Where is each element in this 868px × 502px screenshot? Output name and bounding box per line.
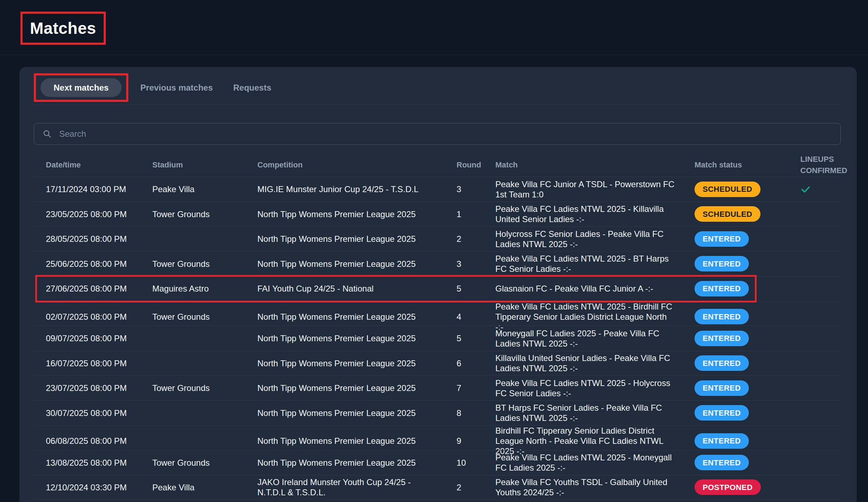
cell-match-status: SCHEDULED (683, 182, 788, 197)
cell-match: Glasnaion FC - Peake Villa FC Junior A -… (483, 283, 683, 294)
table-row[interactable]: 16/07/2025 08:00 PM North Tipp Womens Pr… (34, 351, 841, 376)
cell-match: Peake Villa FC Youths TSDL - Galbally Un… (483, 477, 683, 497)
cell-competition: North Tipp Womens Premier League 2025 (245, 458, 445, 468)
cell-competition: North Tipp Womens Premier League 2025 (245, 358, 445, 368)
col-header-stadium: Stadium (140, 159, 245, 171)
cell-match-status: ENTERED (683, 433, 788, 449)
col-header-lineups-confirmed: LINEUPS CONFIRMED (788, 154, 854, 176)
cell-datetime: 23/05/2025 08:00 PM (34, 209, 140, 219)
match-status-badge: ENTERED (695, 455, 749, 470)
cell-match: Killavilla United Senior Ladies - Peake … (483, 353, 683, 373)
cell-match: BT Harps FC Senior Ladies - Peake Villa … (483, 403, 683, 423)
cell-round: 6 (445, 358, 483, 368)
table-row[interactable]: 25/06/2025 08:00 PM Tower Grounds North … (34, 251, 841, 276)
match-status-badge: ENTERED (695, 256, 749, 271)
match-status-badge: ENTERED (695, 355, 749, 371)
match-status-badge: ENTERED (695, 380, 749, 396)
cell-datetime: 12/10/2024 03:30 PM (34, 482, 140, 492)
cell-stadium: Peake Villa (140, 184, 245, 194)
search-input[interactable] (59, 129, 832, 139)
cell-competition: North Tipp Womens Premier League 2025 (245, 408, 445, 418)
cell-datetime: 02/07/2025 08:00 PM (34, 312, 140, 322)
cell-datetime: 25/06/2025 08:00 PM (34, 259, 140, 269)
cell-match-status: ENTERED (683, 256, 788, 271)
cell-round: 3 (445, 259, 483, 269)
title-annotation-box: Matches (20, 12, 106, 45)
cell-stadium: Peake Villa (140, 482, 245, 492)
table-row[interactable]: 27/06/2025 08:00 PM Maguires Astro FAI Y… (34, 276, 841, 301)
cell-match: Peake Villa FC Ladies NTWL 2025 - BT Har… (483, 253, 683, 274)
cell-match-status: SCHEDULED (683, 206, 788, 222)
cell-competition: JAKO Ireland Munster Youth Cup 24/25 - N… (245, 477, 445, 497)
cell-datetime: 23/07/2025 08:00 PM (34, 383, 140, 393)
cell-round: 3 (445, 184, 483, 194)
cell-round: 10 (445, 458, 483, 468)
cell-datetime: 27/06/2025 08:00 PM (34, 283, 140, 294)
table-row[interactable]: 17/11/2024 03:00 PM Peake Villa MIG.IE M… (34, 177, 841, 202)
cell-stadium: Tower Grounds (140, 259, 245, 269)
lineups-confirmed-check-icon (800, 184, 835, 195)
table-row[interactable]: 13/08/2025 08:00 PM Tower Grounds North … (34, 450, 841, 475)
matches-page: { "theme": { "page_bg": "#0f1624", "card… (0, 0, 868, 502)
page-title: Matches (30, 18, 96, 38)
table-row[interactable]: 23/05/2025 08:00 PM Tower Grounds North … (34, 202, 841, 227)
col-header-competition: Competition (245, 159, 445, 171)
cell-match: Peake Villa FC Ladies NTWL 2025 - Moneyg… (483, 452, 683, 473)
tab-previous-matches[interactable]: Previous matches (140, 84, 213, 92)
match-status-badge: ENTERED (695, 309, 749, 324)
table-row[interactable]: 28/05/2025 08:00 PM North Tipp Womens Pr… (34, 226, 841, 251)
col-header-match-status: Match status (683, 159, 788, 171)
table-body: 17/11/2024 03:00 PM Peake Villa MIG.IE M… (34, 177, 841, 500)
cell-stadium: Tower Grounds (140, 209, 245, 219)
col-header-datetime: Date/time (34, 159, 140, 171)
matches-table: Date/time Stadium Competition Round Matc… (34, 153, 841, 500)
table-row[interactable]: 09/07/2025 08:00 PM North Tipp Womens Pr… (34, 326, 841, 351)
cell-match-status: ENTERED (683, 455, 788, 470)
cell-round: 2 (445, 482, 483, 492)
cell-match-status: ENTERED (683, 405, 788, 421)
cell-datetime: 09/07/2025 08:00 PM (34, 333, 140, 343)
cell-datetime: 28/05/2025 08:00 PM (34, 234, 140, 244)
table-row[interactable]: 06/08/2025 08:00 PM North Tipp Womens Pr… (34, 425, 841, 450)
cell-datetime: 17/11/2024 03:00 PM (34, 184, 140, 194)
tab-next-matches[interactable]: Next matches (41, 78, 122, 97)
cell-match-status: ENTERED (683, 331, 788, 346)
tabs-divider (34, 105, 841, 105)
table-header: Date/time Stadium Competition Round Matc… (34, 153, 841, 177)
match-status-badge: ENTERED (695, 433, 749, 449)
match-status-badge: ENTERED (695, 231, 749, 247)
cell-competition: MIG.IE Munster Junior Cup 24/25 - T.S.D.… (245, 184, 445, 194)
cell-match-status: ENTERED (683, 355, 788, 371)
cell-match: Peake Villa FC Ladies NTWL 2025 - Killav… (483, 204, 683, 224)
col-header-match: Match (483, 159, 683, 171)
cell-stadium: Tower Grounds (140, 312, 245, 322)
cell-match-status: ENTERED (683, 281, 788, 296)
table-row[interactable]: 02/07/2025 08:00 PM Tower Grounds North … (34, 301, 841, 326)
match-status-badge: ENTERED (695, 331, 749, 346)
cell-match-status: ENTERED (683, 380, 788, 396)
cell-match-status: ENTERED (683, 309, 788, 324)
matches-card: Next matches Previous matches Requests D… (19, 67, 857, 502)
cell-datetime: 30/07/2025 08:00 PM (34, 408, 140, 418)
cell-stadium: Tower Grounds (140, 383, 245, 393)
cell-match: Moneygall FC Ladies 2025 - Peake Villa F… (483, 328, 683, 349)
table-row[interactable]: 12/10/2024 03:30 PM Peake Villa JAKO Ire… (34, 475, 841, 500)
cell-round: 7 (445, 383, 483, 393)
cell-match: Peake Villa FC Ladies NTWL 2025 - Holycr… (483, 378, 683, 398)
cell-competition: North Tipp Womens Premier League 2025 (245, 436, 445, 446)
cell-round: 9 (445, 436, 483, 446)
cell-stadium: Maguires Astro (140, 283, 245, 294)
cell-competition: FAI Youth Cup 24/25 - National (245, 283, 445, 294)
tabs: Next matches Previous matches Requests (34, 73, 841, 102)
cell-datetime: 06/08/2025 08:00 PM (34, 436, 140, 446)
cell-round: 8 (445, 408, 483, 418)
search-box[interactable] (34, 123, 841, 145)
tab-requests[interactable]: Requests (233, 84, 271, 92)
table-row[interactable]: 23/07/2025 08:00 PM Tower Grounds North … (34, 375, 841, 400)
cell-stadium: Tower Grounds (140, 458, 245, 468)
match-status-badge: SCHEDULED (695, 182, 760, 197)
cell-match-status: POSTPONED (683, 479, 788, 495)
match-status-badge: ENTERED (695, 405, 749, 421)
cell-round: 5 (445, 283, 483, 294)
table-row[interactable]: 30/07/2025 08:00 PM North Tipp Womens Pr… (34, 400, 841, 426)
